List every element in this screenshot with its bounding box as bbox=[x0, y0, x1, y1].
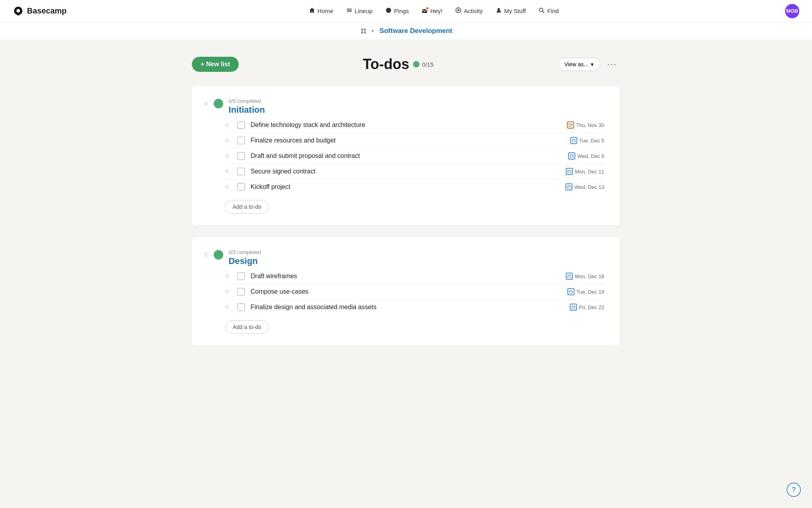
more-options-button[interactable]: ··· bbox=[604, 58, 620, 71]
list-status-dot bbox=[214, 99, 223, 108]
todos-count-badge: 0/15 bbox=[413, 61, 433, 68]
svg-rect-2 bbox=[347, 10, 352, 11]
list-card-design: ≡ 0/3 completed Design ≡ Draft wireframe… bbox=[192, 237, 620, 346]
list-completed-count: 0/3 completed bbox=[229, 249, 604, 255]
calendar-icon bbox=[568, 152, 575, 160]
activity-icon bbox=[455, 7, 462, 15]
todo-date: Fri, Dec 22 bbox=[570, 304, 604, 311]
todo-label: Kickoff project bbox=[251, 183, 560, 190]
todo-date-text: Wed, Dec 13 bbox=[575, 184, 604, 190]
nav-links: Home Lineup Pings Hey! bbox=[82, 5, 785, 17]
calendar-icon bbox=[566, 273, 573, 280]
svg-rect-1 bbox=[347, 9, 352, 10]
todo-checkbox[interactable] bbox=[237, 288, 245, 296]
todo-label: Finalize resources and budget bbox=[251, 137, 565, 144]
todo-label: Secure signed contract bbox=[251, 168, 560, 175]
svg-rect-26 bbox=[567, 186, 571, 189]
todo-date-text: Mon, Dec 11 bbox=[575, 169, 604, 175]
svg-rect-22 bbox=[568, 170, 571, 173]
nav-find[interactable]: Find bbox=[533, 5, 564, 17]
grid-view-icon[interactable] bbox=[360, 27, 368, 35]
svg-line-9 bbox=[543, 11, 544, 13]
svg-rect-34 bbox=[569, 291, 573, 293]
todo-checkbox[interactable] bbox=[237, 167, 245, 175]
todo-date: Mon, Dec 18 bbox=[566, 273, 604, 280]
todo-drag-icon[interactable]: ≡ bbox=[225, 183, 232, 190]
nav-hey[interactable]: Hey! bbox=[416, 5, 448, 17]
todo-checkbox[interactable] bbox=[237, 183, 245, 191]
todo-drag-icon[interactable]: ≡ bbox=[225, 168, 232, 175]
calendar-icon bbox=[565, 183, 573, 190]
list-status-dot bbox=[214, 250, 223, 260]
todo-label: Finalize design and associated media ass… bbox=[251, 304, 564, 311]
todo-drag-icon[interactable]: ≡ bbox=[225, 152, 232, 160]
todo-date-text: Mon, Dec 18 bbox=[575, 273, 604, 279]
calendar-icon bbox=[567, 288, 575, 295]
basecamp-logo[interactable]: Basecamp bbox=[13, 6, 67, 17]
todo-date-text: Wed, Dec 6 bbox=[577, 153, 604, 159]
todos-header: + New list To-dos 0/15 View as... ▾ ··· bbox=[192, 48, 620, 77]
drag-handle-icon[interactable]: ≡ bbox=[204, 249, 208, 259]
todo-drag-icon[interactable]: ≡ bbox=[225, 121, 232, 129]
project-title[interactable]: Software Development bbox=[379, 27, 452, 35]
todos-actions: View as... ▾ ··· bbox=[557, 58, 620, 71]
todo-item: ≡ Secure signed contract Mon, Dec 11 bbox=[225, 164, 604, 179]
todo-drag-icon[interactable]: ≡ bbox=[225, 137, 232, 144]
nav-home[interactable]: Home bbox=[303, 5, 339, 17]
todo-checkbox[interactable] bbox=[237, 272, 245, 280]
todo-date: Thu, Nov 30 bbox=[567, 121, 604, 129]
todo-drag-icon[interactable]: ≡ bbox=[225, 273, 232, 280]
help-button[interactable]: ? bbox=[787, 483, 801, 497]
svg-rect-18 bbox=[570, 155, 573, 158]
svg-rect-30 bbox=[568, 275, 571, 278]
user-avatar[interactable]: MGB bbox=[785, 4, 799, 18]
subnav-chevron-icon[interactable]: ▾ bbox=[372, 28, 374, 34]
hey-icon bbox=[421, 8, 428, 14]
todo-checkbox[interactable] bbox=[237, 152, 245, 160]
todo-drag-icon[interactable]: ≡ bbox=[225, 304, 232, 311]
lineup-icon bbox=[346, 7, 352, 15]
todo-drag-icon[interactable]: ≡ bbox=[225, 288, 232, 295]
todo-date: Wed, Dec 6 bbox=[568, 152, 604, 160]
chevron-down-icon: ▾ bbox=[591, 61, 594, 67]
list-card-initiation: ≡ 0/5 completed Initiation ≡ Define tech… bbox=[192, 86, 620, 225]
svg-rect-38 bbox=[572, 306, 575, 309]
calendar-icon bbox=[566, 168, 573, 175]
todos-count: 0/15 bbox=[422, 61, 433, 68]
mystuff-icon bbox=[496, 7, 502, 15]
svg-rect-10 bbox=[569, 124, 572, 127]
nav-activity[interactable]: Activity bbox=[450, 5, 488, 17]
drag-handle-icon[interactable]: ≡ bbox=[204, 98, 208, 108]
todo-label: Define technology stack and architecture bbox=[251, 121, 561, 129]
todo-label: Draft wireframes bbox=[251, 273, 560, 280]
pings-icon bbox=[385, 7, 392, 15]
calendar-icon bbox=[570, 304, 577, 311]
nav-pings[interactable]: Pings bbox=[380, 5, 415, 17]
nav-mystuff[interactable]: My Stuff bbox=[490, 5, 532, 17]
new-list-button[interactable]: + New list bbox=[192, 57, 239, 72]
add-todo-button[interactable]: Add a to-do bbox=[225, 320, 269, 334]
main-content: + New list To-dos 0/15 View as... ▾ ··· … bbox=[168, 40, 644, 381]
svg-point-0 bbox=[17, 9, 20, 12]
list-completed-count: 0/5 completed bbox=[229, 98, 604, 104]
calendar-icon bbox=[567, 121, 574, 129]
nav-lineup[interactable]: Lineup bbox=[341, 5, 378, 17]
view-as-label: View as... bbox=[564, 61, 588, 67]
todo-checkbox[interactable] bbox=[237, 303, 245, 311]
svg-rect-3 bbox=[347, 11, 352, 12]
todo-date: Tue, Dec 19 bbox=[567, 288, 604, 295]
view-as-button[interactable]: View as... ▾ bbox=[557, 58, 600, 71]
lists-container: ≡ 0/5 completed Initiation ≡ Define tech… bbox=[192, 86, 620, 346]
todo-date-text: Tue, Dec 19 bbox=[576, 289, 604, 295]
todo-checkbox[interactable] bbox=[237, 121, 245, 129]
todo-label: Compose use-cases bbox=[251, 288, 562, 295]
list-title[interactable]: Initiation bbox=[229, 105, 265, 115]
todo-item: ≡ Define technology stack and architectu… bbox=[225, 117, 604, 133]
todo-date-text: Fri, Dec 22 bbox=[579, 304, 604, 310]
svg-rect-14 bbox=[572, 139, 575, 142]
todo-checkbox[interactable] bbox=[237, 137, 245, 144]
add-todo-button[interactable]: Add a to-do bbox=[225, 200, 269, 214]
todo-item: ≡ Finalize design and associated media a… bbox=[225, 300, 604, 315]
list-title[interactable]: Design bbox=[229, 256, 258, 266]
todo-date: Mon, Dec 11 bbox=[566, 168, 604, 175]
